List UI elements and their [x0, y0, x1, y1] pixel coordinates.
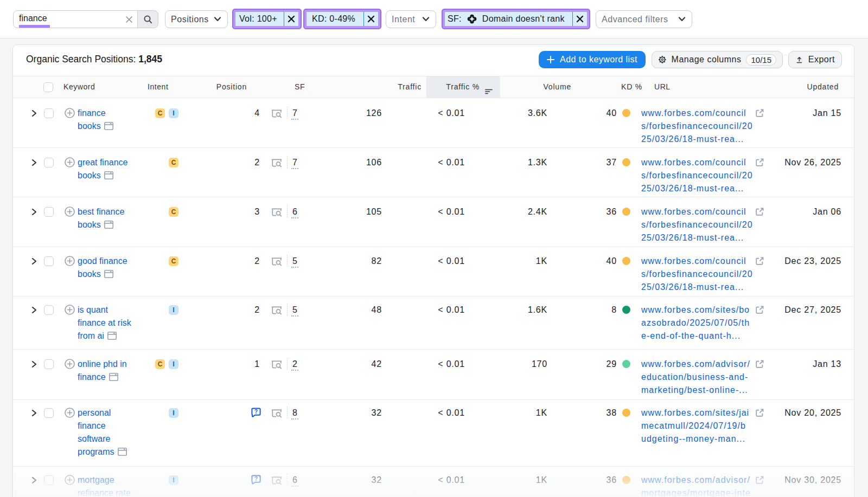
svg-text:?: ? [254, 409, 258, 415]
